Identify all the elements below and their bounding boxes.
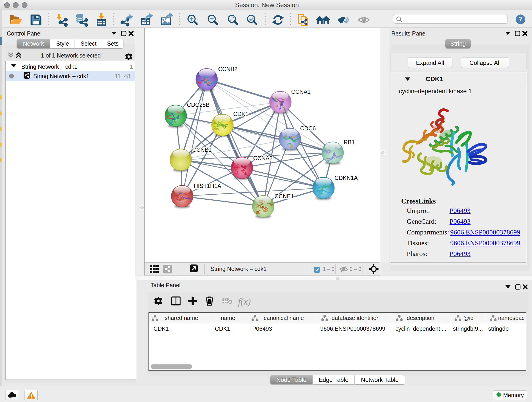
svg-text:HIST1H1A: HIST1H1A xyxy=(194,183,221,189)
svg-text:CCNB2: CCNB2 xyxy=(218,66,238,72)
svg-text:CDC25B: CDC25B xyxy=(187,102,210,108)
svg-text:CCNA2: CCNA2 xyxy=(253,155,273,161)
svg-text:CDKN1A: CDKN1A xyxy=(335,175,358,181)
svg-text:CCNA1: CCNA1 xyxy=(291,89,311,95)
svg-text:CCNB1: CCNB1 xyxy=(192,147,212,153)
svg-text:CDK1: CDK1 xyxy=(233,111,249,117)
svg-text:CCNE1: CCNE1 xyxy=(274,193,294,199)
svg-text:CDC6: CDC6 xyxy=(300,125,316,132)
svg-text:RB1: RB1 xyxy=(344,139,355,145)
svg-text:?: ? xyxy=(519,15,523,23)
